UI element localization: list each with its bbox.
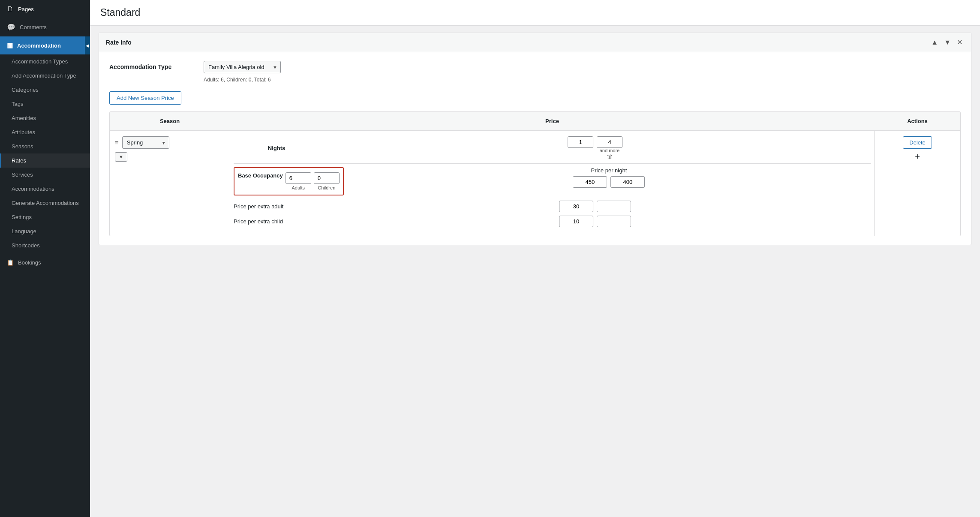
season-select[interactable]: Spring Summer Fall Winter xyxy=(122,136,169,149)
sidebar-item-language[interactable]: Language xyxy=(0,224,90,238)
accommodation-type-subtext: Adults: 6, Children: 0, Total: 6 xyxy=(204,77,281,83)
sidebar-item-pages[interactable]: 🗋 Pages xyxy=(0,0,90,18)
season-col-header: Season xyxy=(110,116,230,126)
panel-title: Rate Info xyxy=(106,39,132,46)
delete-button[interactable]: Delete xyxy=(903,136,932,149)
adults-input-group: Adults xyxy=(286,172,311,190)
sidebar-section-label: Accommodation xyxy=(17,42,61,49)
accommodation-type-select-wrapper: Family Villa Alegria old ▼ xyxy=(204,61,281,73)
sidebar-item-categories[interactable]: Categories xyxy=(0,83,90,97)
season-table-row: ≡ Spring Summer Fall Winter ▼ xyxy=(110,131,960,236)
season-col-middle: Nights and more 🗑 xyxy=(230,131,875,236)
sidebar-item-attributes[interactable]: Attributes xyxy=(0,125,90,139)
add-column-button[interactable]: + xyxy=(915,152,920,161)
panel-collapse-down-btn[interactable]: ▼ xyxy=(942,38,953,47)
sidebar-item-amenities[interactable]: Amenities xyxy=(0,111,90,125)
night-col1-input[interactable] xyxy=(568,136,593,148)
sidebar-section-arrow: ◀ xyxy=(85,36,90,54)
sidebar-item-shortcodes[interactable]: Shortcodes xyxy=(0,238,90,252)
rate-info-panel: Rate Info ▲ ▼ ✕ Accommodation Type Famil… xyxy=(99,33,971,245)
adults-input[interactable] xyxy=(286,172,311,184)
sidebar-item-bookings-label: Bookings xyxy=(18,259,41,266)
price-night1-input[interactable] xyxy=(573,176,607,188)
sidebar-item-rates[interactable]: Rates xyxy=(0,153,90,168)
night-col2-display: and more 🗑 xyxy=(597,136,622,160)
panel-header: Rate Info ▲ ▼ ✕ xyxy=(99,33,971,52)
panel-collapse-up-btn[interactable]: ▲ xyxy=(929,38,940,47)
season-col-left: ≡ Spring Summer Fall Winter ▼ xyxy=(110,131,230,167)
base-occupancy-label: Base Occupancy xyxy=(238,172,283,179)
season-table: Season Price Actions ≡ Spring xyxy=(109,111,961,236)
sidebar-item-comments[interactable]: 💬 Comments xyxy=(0,18,90,36)
extra-child-row: Price per extra child xyxy=(234,216,871,227)
children-input[interactable] xyxy=(314,172,340,184)
sidebar-item-settings[interactable]: Settings xyxy=(0,210,90,224)
sidebar-item-comments-label: Comments xyxy=(20,24,47,30)
nights-inputs: and more 🗑 xyxy=(319,136,871,160)
extra-adult-inputs xyxy=(319,201,871,212)
comments-icon: 💬 xyxy=(7,23,15,31)
season-expand-btn[interactable]: ▼ xyxy=(115,152,127,162)
panel-body: Accommodation Type Family Villa Alegria … xyxy=(99,52,971,245)
adults-label: Adults xyxy=(292,185,305,190)
sidebar-item-services[interactable]: Services xyxy=(0,168,90,182)
accommodation-type-label: Accommodation Type xyxy=(109,61,195,70)
sidebar-item-accommodation-types[interactable]: Accommodation Types xyxy=(0,54,90,69)
extra-adult-price2-input[interactable] xyxy=(597,201,631,212)
extra-child-label: Price per extra child xyxy=(234,218,319,225)
sidebar-item-seasons[interactable]: Seasons xyxy=(0,139,90,153)
season-table-header: Season Price Actions xyxy=(110,112,960,131)
season-expand-btn-wrap: ▼ xyxy=(115,152,127,162)
base-occ-label-wrap: Base Occupancy Adults Children xyxy=(234,167,344,195)
sidebar-item-generate-accommodations[interactable]: Generate Accommodations xyxy=(0,196,90,210)
drag-handle-icon[interactable]: ≡ xyxy=(115,139,119,146)
sidebar-item-pages-label: Pages xyxy=(18,6,34,12)
main-content: Standard Rate Info ▲ ▼ ✕ Accommodation T… xyxy=(90,0,980,517)
children-input-group: Children xyxy=(314,172,340,190)
price-col-header: Price xyxy=(230,116,875,126)
bookings-icon: 📋 xyxy=(7,259,14,266)
night-col2-input[interactable] xyxy=(597,136,622,148)
add-season-price-button[interactable]: Add New Season Price xyxy=(109,91,181,105)
page-title-bar: Standard xyxy=(90,0,980,26)
night-col1-display xyxy=(568,136,593,160)
extra-adult-price1-input[interactable] xyxy=(559,201,593,212)
accommodation-type-row: Accommodation Type Family Villa Alegria … xyxy=(109,61,961,83)
extra-adult-row: Price per extra adult xyxy=(234,201,871,212)
extra-child-price2-input[interactable] xyxy=(597,216,631,227)
pages-icon: 🗋 xyxy=(7,5,14,13)
extra-child-price1-input[interactable] xyxy=(559,216,593,227)
season-col-right: Delete + xyxy=(875,131,960,166)
children-label: Children xyxy=(318,185,335,190)
nights-label: Nights xyxy=(234,145,319,151)
panel-controls: ▲ ▼ ✕ xyxy=(929,38,964,47)
ppn-label: Price per night xyxy=(591,167,627,174)
and-more-label: and more xyxy=(600,148,619,153)
sidebar-item-accommodations[interactable]: Accommodations xyxy=(0,182,90,196)
nights-header-row: Nights and more 🗑 xyxy=(234,136,871,164)
price-night2-input[interactable] xyxy=(610,176,645,188)
sidebar-section-accommodation[interactable]: ▦ Accommodation ◀ xyxy=(0,36,90,54)
sidebar-item-bookings[interactable]: 📋 Bookings xyxy=(0,254,90,271)
ppn-inputs xyxy=(573,176,645,188)
sidebar: 🗋 Pages 💬 Comments ▦ Accommodation ◀ Acc… xyxy=(0,0,90,517)
content-area: Rate Info ▲ ▼ ✕ Accommodation Type Famil… xyxy=(90,26,980,517)
base-occupancy-row: Base Occupancy Adults Children xyxy=(234,167,871,195)
extra-adult-label: Price per extra adult xyxy=(234,203,319,210)
sidebar-item-tags[interactable]: Tags xyxy=(0,97,90,111)
panel-close-btn[interactable]: ✕ xyxy=(955,38,964,47)
season-row-controls: ≡ Spring Summer Fall Winter ▼ xyxy=(115,136,169,149)
delete-night-col-icon[interactable]: 🗑 xyxy=(607,153,613,160)
accommodation-type-control: Family Villa Alegria old ▼ Adults: 6, Ch… xyxy=(204,61,281,83)
ppn-section: Price per night xyxy=(344,167,871,188)
extra-child-inputs xyxy=(319,216,871,227)
actions-col-header: Actions xyxy=(875,116,960,126)
page-title: Standard xyxy=(100,7,970,18)
accommodation-section-icon: ▦ xyxy=(7,42,13,49)
accommodation-type-select[interactable]: Family Villa Alegria old xyxy=(204,61,281,73)
season-select-wrapper: Spring Summer Fall Winter ▼ xyxy=(122,136,169,149)
sidebar-item-add-accommodation-type[interactable]: Add Accommodation Type xyxy=(0,69,90,83)
